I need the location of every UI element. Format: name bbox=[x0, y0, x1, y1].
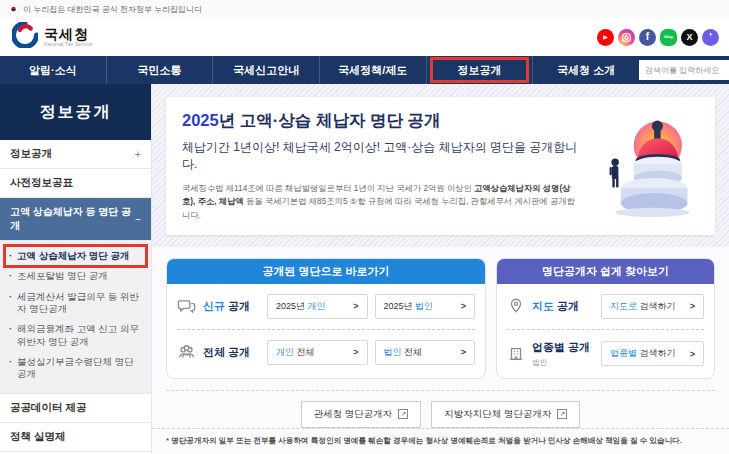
siren-illustration bbox=[587, 114, 699, 218]
facebook-icon[interactable]: f bbox=[639, 29, 656, 46]
logo-title: 국세청 bbox=[44, 27, 93, 41]
sidebar-item-label: 정책 실명제 bbox=[10, 430, 65, 444]
chat-bubbles-icon bbox=[177, 297, 196, 316]
logo-subtitle: National Tax Service bbox=[44, 43, 93, 48]
nav-item-tax-policy[interactable]: 국세정책/제도 bbox=[319, 56, 426, 84]
sidebar-item-info-disclosure[interactable]: 정보공개 + bbox=[0, 140, 151, 169]
link-individual-all[interactable]: 개인 전체 > bbox=[267, 340, 368, 365]
sidebar-subitem-dishonest-donee-orgs[interactable]: 불성실기부금수령단체 명단 공개 bbox=[0, 352, 151, 385]
korea-flag-icon bbox=[8, 5, 19, 13]
map-disclosure-label: 지도 공개 bbox=[532, 299, 594, 314]
chevron-right-icon: > bbox=[461, 347, 466, 357]
sidebar-section-label: 고액 상습체납자 등 명단 공개 bbox=[10, 205, 135, 233]
link-2025-corporate[interactable]: 2025년 법인 > bbox=[375, 294, 476, 319]
kakaostory-icon[interactable]: ’ bbox=[702, 29, 719, 46]
bottom-links: 관세청 명단공개자 ↗ 지방자치단체 명단공개자 ↗ bbox=[166, 390, 715, 428]
building-icon bbox=[507, 345, 525, 363]
disclosed-list-card: 공개된 명단으로 바로가기 신규 공개 2025년 개인 bbox=[166, 258, 486, 379]
blog-icon[interactable]: blog bbox=[660, 29, 677, 46]
nav-item-news[interactable]: 알림·소식 bbox=[0, 56, 106, 84]
sidebar-item-label: 공공데이터 제공 bbox=[10, 401, 86, 415]
expand-plus-icon[interactable]: + bbox=[135, 148, 141, 160]
banner-card: 2025년 고액·상습 체납자 명단 공개 체납기간 1년이상! 체납국세 2억… bbox=[166, 97, 715, 235]
link-corporate-all[interactable]: 법인 전체 > bbox=[375, 340, 476, 365]
sidebar-item-pre-disclosure[interactable]: 사전정보공표 bbox=[0, 169, 151, 198]
social-links: ▶ f blog X ’ bbox=[597, 29, 719, 46]
instagram-icon[interactable] bbox=[618, 29, 635, 46]
nts-website: 이 누리집은 대한민국 공식 전자정부 누리집입니다 국세청 National … bbox=[0, 0, 729, 454]
nav-item-tax-filing[interactable]: 국세신고안내 bbox=[212, 56, 319, 84]
logo-text: 국세청 National Tax Service bbox=[44, 27, 93, 48]
link-search-by-map[interactable]: 지도로 검색하기 > bbox=[601, 294, 704, 319]
chevron-right-icon: > bbox=[353, 347, 358, 357]
map-pin-icon bbox=[507, 297, 525, 315]
nav-item-about-nts[interactable]: 국세청 소개 bbox=[532, 56, 639, 84]
all-disclosure-row: 전체 공개 개인 전체 > 법인 전체 > bbox=[167, 330, 485, 375]
banner-desc-part1: 국세징수법 제114조에 따른 체납발생일로부터 1년이 지난 국세가 2억원 … bbox=[182, 183, 474, 193]
sidebar-subitem-foreign-account-violators[interactable]: 해외금융계좌 고액 신고 의무 위반자 명단 공개 bbox=[0, 319, 151, 352]
cards-row: 공개된 명단으로 바로가기 신규 공개 2025년 개인 bbox=[152, 247, 729, 379]
all-disclosure-label: 전체 공개 bbox=[203, 345, 260, 360]
nav-item-info-disclosure[interactable]: 정보공개 bbox=[426, 56, 533, 84]
x-twitter-icon[interactable]: X bbox=[681, 29, 698, 46]
nts-logo[interactable]: 국세청 National Tax Service bbox=[12, 22, 93, 52]
page-title-rest: 년 고액·상습 체납자 명단 공개 bbox=[219, 111, 441, 129]
content-area: 정보공개 정보공개 + 사전정보공표 고액 상습체납자 등 명단 공개 − 고액… bbox=[0, 84, 729, 454]
sidebar-item-label: 사전정보공표 bbox=[10, 176, 73, 190]
banner-description: 국세징수법 제114조에 따른 체납발생일로부터 1년이 지난 국세가 2억원 … bbox=[182, 182, 581, 222]
collapse-minus-icon[interactable]: − bbox=[135, 214, 141, 225]
sidebar-subitem-invoice-violators[interactable]: 세금계산서 발급의무 등 위반자 명단공개 bbox=[0, 287, 151, 320]
sidebar-subitem-habitual-delinquents[interactable]: 고액 상습체납자 명단 공개 bbox=[0, 246, 151, 266]
map-disclosure-row: 지도 공개 지도로 검색하기 > bbox=[497, 284, 714, 329]
industry-disclosure-label: 업종별 공개법인 bbox=[532, 340, 594, 368]
new-disclosure-label: 신규 공개 bbox=[203, 299, 260, 314]
banner-zone: 2025년 고액·상습 체납자 명단 공개 체납기간 1년이상! 체납국세 2억… bbox=[152, 84, 729, 247]
sidebar-title: 정보공개 bbox=[0, 84, 151, 140]
page-title: 2025년 고액·상습 체납자 명단 공개 bbox=[182, 110, 581, 132]
chevron-right-icon: > bbox=[353, 301, 358, 311]
main-nav: 알림·소식 국민소통 국세신고안내 국세정책/제도 정보공개 국세청 소개 bbox=[0, 56, 729, 84]
new-disclosure-row: 신규 공개 2025년 개인 > 2025년 법인 > bbox=[167, 284, 485, 329]
sidebar: 정보공개 정보공개 + 사전정보공표 고액 상습체납자 등 명단 공개 − 고액… bbox=[0, 84, 152, 454]
gov-banner: 이 누리집은 대한민국 공식 전자정부 누리집입니다 bbox=[0, 0, 729, 18]
sidebar-submenu: 고액 상습체납자 명단 공개 조세포탈범 명단 공개 세금계산서 발급의무 등 … bbox=[0, 241, 151, 394]
link-search-by-industry[interactable]: 업종별 검색하기 > bbox=[601, 341, 704, 366]
banner-text: 2025년 고액·상습 체납자 명단 공개 체납기간 1년이상! 체납국세 2억… bbox=[182, 110, 581, 222]
disclosed-list-card-title: 공개된 명단으로 바로가기 bbox=[167, 259, 485, 284]
people-group-icon bbox=[177, 343, 196, 362]
site-header: 국세청 National Tax Service ▶ f blog X ’ bbox=[0, 18, 729, 56]
sidebar-section-delinquent-lists[interactable]: 고액 상습체납자 등 명단 공개 − bbox=[0, 198, 151, 241]
local-government-list-link[interactable]: 지방자치단체 명단공개자 ↗ bbox=[431, 401, 580, 428]
easy-find-card: 명단공개자 쉽게 찾아보기 지도 공개 지도로 검색하기 bbox=[496, 258, 715, 379]
nts-logo-icon bbox=[12, 22, 38, 52]
external-link-icon: ↗ bbox=[557, 409, 567, 419]
chevron-right-icon: > bbox=[690, 349, 695, 359]
sidebar-subitem-label: 고액 상습체납자 명단 공개 bbox=[17, 250, 129, 261]
nav-item-communication[interactable]: 국민소통 bbox=[106, 56, 213, 84]
easy-find-card-title: 명단공개자 쉽게 찾아보기 bbox=[497, 259, 714, 284]
sidebar-item-policy-real-name[interactable]: 정책 실명제 bbox=[0, 423, 151, 452]
legal-footnote: * 명단공개자의 일부 또는 전부를 사용하여 특정인의 명예를 훼손할 경우에… bbox=[152, 428, 729, 454]
youtube-icon[interactable]: ▶ bbox=[597, 29, 614, 46]
customs-service-list-link[interactable]: 관세청 명단공개자 ↗ bbox=[301, 401, 422, 428]
nav-item-info-disclosure-label: 정보공개 bbox=[458, 63, 502, 78]
sidebar-item-label: 정보공개 bbox=[10, 147, 52, 161]
search-input[interactable] bbox=[639, 60, 729, 80]
sidebar-item-public-data[interactable]: 공공데이터 제공 bbox=[0, 394, 151, 423]
chevron-right-icon: > bbox=[690, 301, 695, 311]
industry-disclosure-row: 업종별 공개법인 업종별 검색하기 > bbox=[497, 330, 714, 378]
link-2025-individual[interactable]: 2025년 개인 > bbox=[267, 294, 368, 319]
main-panel: 2025년 고액·상습 체납자 명단 공개 체납기간 1년이상! 체납국세 2억… bbox=[152, 84, 729, 454]
gov-banner-text: 이 누리집은 대한민국 공식 전자정부 누리집입니다 bbox=[23, 4, 202, 15]
sidebar-subitem-tax-evaders[interactable]: 조세포탈범 명단 공개 bbox=[0, 266, 151, 286]
page-title-year: 2025 bbox=[182, 111, 219, 129]
external-link-icon: ↗ bbox=[398, 409, 408, 419]
chevron-right-icon: > bbox=[461, 301, 466, 311]
banner-subtitle: 체납기간 1년이상! 체납국세 2억이상! 고액·상습 체납자의 명단을 공개합… bbox=[182, 139, 581, 173]
